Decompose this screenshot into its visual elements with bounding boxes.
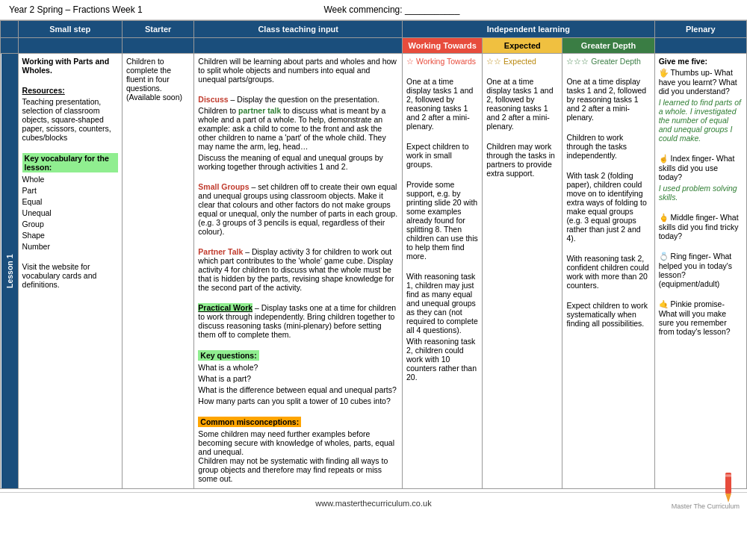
- working-towards-cell: ☆ Working Towards One at a time display …: [403, 54, 483, 489]
- expected-star: ☆☆ Expected: [486, 57, 558, 66]
- greater-depth-text-4: With reasoning task 2, confident childre…: [566, 254, 650, 290]
- independent-header: Independent learning: [403, 21, 655, 38]
- teaching-intro: Children will be learning about parts an…: [198, 57, 398, 84]
- kq-1: What is a whole?: [198, 363, 398, 372]
- plenary-ring: 💍 Ring finger- What helped you in today'…: [659, 252, 743, 288]
- key-vocab-label: Key vocabulary for the lesson:: [22, 153, 118, 172]
- teaching-practical: Practical Work – Display tasks one at a …: [198, 303, 398, 339]
- vocab-equal: Equal: [22, 197, 118, 206]
- resources-label: Resources:: [22, 86, 118, 95]
- plenary-index: ☝ Index finger- What skills did you use …: [659, 154, 743, 181]
- working-towards-small-groups: Expect children to work in small groups.: [406, 142, 478, 169]
- plenary-cell: Give me five: 🖐 Thumbs up- What have you…: [654, 54, 746, 489]
- key-questions-label: Key questions:: [198, 350, 258, 361]
- greater-depth-label: Greater Depth: [581, 41, 636, 50]
- teaching-header: Class teaching input: [194, 21, 403, 38]
- logo-text: Master The Curriculum: [672, 503, 740, 510]
- plenary-title: Give me five:: [659, 57, 743, 66]
- working-towards-rt1: With reasoning task 1, children may just…: [406, 272, 478, 335]
- svg-marker-1: [725, 494, 731, 503]
- teaching-discuss-2: Discuss the meaning of equal and unequal…: [198, 153, 398, 171]
- resources-text: Teaching presentation, selection of clas…: [22, 97, 118, 142]
- kq-4: How many parts can you split a tower of …: [198, 396, 398, 405]
- small-step-subheader: [18, 38, 122, 54]
- kq-2: What is a part?: [198, 374, 398, 383]
- working-towards-label: Working Towards: [408, 41, 476, 50]
- expected-subheader: Expected: [483, 38, 562, 54]
- working-towards-rt2: With reasoning task 2, children could wo…: [406, 337, 478, 382]
- svg-rect-2: [724, 474, 732, 476]
- misconceptions-label: Common misconceptions:: [198, 417, 301, 427]
- greater-depth-subheader: Greater Depth: [562, 38, 654, 54]
- vocab-footer: Visit the website for vocabulary cards a…: [22, 262, 118, 289]
- greater-depth-text-1: One at a time display tasks 1 and 2, fol…: [566, 77, 650, 122]
- vocab-group: Group: [22, 220, 118, 228]
- starter-text: Children to complete the fluent in four …: [126, 57, 190, 102]
- working-towards-support: Provide some support, e.g. by printing s…: [406, 180, 478, 261]
- plenary-thumbs: 🖐 Thumbs up- What have you learnt? What …: [659, 68, 743, 96]
- week-commencing: Week commencing: ___________: [323, 4, 459, 15]
- kq-3: What is the difference between equal and…: [198, 385, 398, 394]
- vocab-whole: Whole: [22, 175, 118, 184]
- lesson-header: [1, 21, 19, 38]
- starter-cell: Children to complete the fluent in four …: [122, 54, 193, 489]
- working-towards-star: ☆ Working Towards: [406, 57, 478, 66]
- teaching-cell: Children will be learning about parts an…: [194, 54, 403, 489]
- working-towards-text: One at a time display tasks 1 and 2, fol…: [406, 77, 478, 131]
- teaching-subheader: [194, 38, 403, 54]
- vocab-part: Part: [22, 186, 118, 195]
- logo-icon: [717, 473, 740, 503]
- greater-depth-cell: ☆☆☆ Greater Depth One at a time display …: [562, 54, 654, 489]
- footer-url: www.masterthecurriculum.co.uk: [315, 499, 431, 508]
- greater-depth-star: ☆☆☆ Greater Depth: [566, 57, 650, 66]
- plenary-highlight: I learned to find parts of a whole. I in…: [659, 98, 743, 143]
- plenary-pinkie: 🤙 Pinkie promise- What will you make sur…: [659, 299, 743, 336]
- expected-label: Expected: [504, 41, 541, 50]
- small-step-header: Small step: [18, 21, 122, 38]
- teaching-partner-talk-2: Partner Talk – Display activity 3 for ch…: [198, 247, 398, 292]
- vocab-shape: Shape: [22, 231, 118, 240]
- teaching-partner-talk-1: Children to partner talk to discuss what…: [198, 106, 398, 151]
- misconceptions-text: Some children may need further examples …: [198, 429, 398, 483]
- small-step-cell: Working with Parts and Wholes. Resources…: [18, 54, 122, 489]
- greater-depth-text-5: Expect children to work systematically w…: [566, 301, 650, 328]
- vocab-number: Number: [22, 242, 118, 251]
- vocab-unequal: Unequal: [22, 208, 118, 217]
- greater-depth-text-2: Children to work through the tasks indep…: [566, 133, 650, 160]
- expected-text: One at a time display tasks 1 and 2, fol…: [486, 77, 558, 131]
- expected-partners: Children may work through the tasks in p…: [486, 142, 558, 178]
- small-step-title: Working with Parts and Wholes.: [22, 57, 118, 75]
- lesson-number: Lesson 1: [1, 54, 19, 489]
- expected-cell: ☆☆ Expected One at a time display tasks …: [483, 54, 562, 489]
- lesson-subheader: [1, 38, 19, 54]
- teaching-small-groups: Small Groups – set children off to creat…: [198, 182, 398, 236]
- plenary-header: Plenary: [654, 21, 746, 38]
- plenary-subheader: [654, 38, 746, 54]
- starter-subheader: [122, 38, 193, 54]
- teaching-discuss: Discuss – Display the question on the pr…: [198, 95, 398, 104]
- plenary-middle: 🖕 Middle finger- What skills did you fin…: [659, 213, 743, 240]
- page-title: Year 2 Spring – Fractions Week 1: [9, 4, 143, 15]
- working-towards-subheader: Working Towards: [403, 38, 483, 54]
- starter-header: Starter: [122, 21, 193, 38]
- plenary-index-answer: I used problem solving skills.: [659, 184, 743, 202]
- greater-depth-text-3: With task 2 (folding paper), children co…: [566, 171, 650, 243]
